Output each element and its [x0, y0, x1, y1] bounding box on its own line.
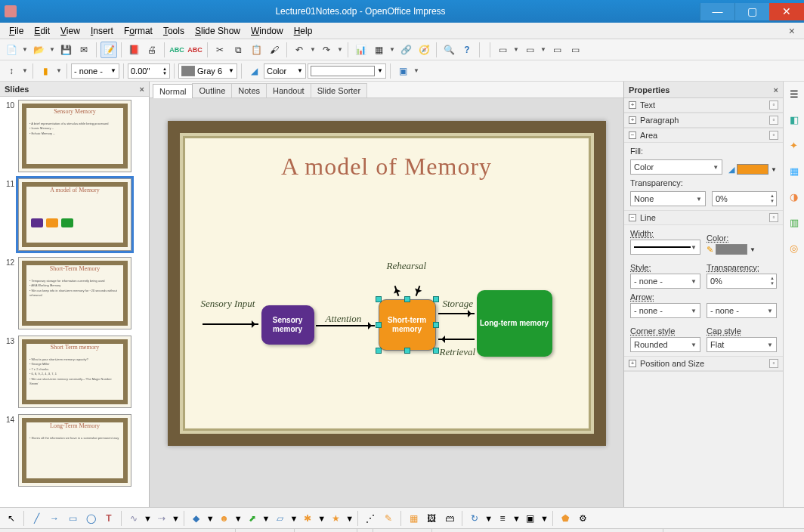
ss-dd[interactable]: ▼	[234, 514, 243, 523]
slide-thumb-13[interactable]: 13Short Term memory• What is your short-…	[6, 336, 147, 408]
symbol-shapes[interactable]: ☻	[216, 510, 233, 527]
section-position-opts[interactable]: ▫	[769, 359, 778, 368]
tab-properties-icon[interactable]: ☰	[787, 86, 802, 101]
menu-view[interactable]: View	[56, 24, 85, 38]
menu-insert[interactable]: Insert	[86, 24, 118, 38]
line-transparency-value[interactable]: 0%▲▼	[707, 274, 777, 289]
table-button[interactable]: ▦	[370, 42, 387, 58]
redo-dropdown[interactable]: ▼	[336, 46, 344, 53]
from-file[interactable]: 🖼	[423, 510, 440, 527]
slide-dd[interactable]: ▼	[512, 46, 520, 53]
slide-button[interactable]: ▭	[494, 42, 511, 58]
layout-dd[interactable]: ▼	[540, 46, 547, 53]
bs-dd[interactable]: ▼	[206, 514, 215, 523]
slide-thumb-10[interactable]: 10Sensory Memory• A brief representation…	[6, 100, 147, 172]
section-line-opts[interactable]: ▫	[769, 213, 778, 222]
arrange-tool[interactable]: ▣	[522, 510, 539, 527]
arrow-end-select[interactable]: - none -▼	[707, 303, 777, 318]
points-tool[interactable]: ⋰	[362, 510, 379, 527]
ellipse-tool[interactable]: ◯	[82, 510, 99, 527]
copy-button[interactable]: ⧉	[230, 42, 246, 58]
view-tab-normal[interactable]: Normal	[153, 84, 193, 98]
tab-styles-icon[interactable]: ◑	[787, 189, 802, 204]
rot-dd[interactable]: ▼	[484, 514, 493, 523]
tab-gallery-icon[interactable]: ▥	[787, 215, 802, 230]
line-style-combo[interactable]: - none - ▼	[71, 63, 119, 79]
hl-dd[interactable]: ▼	[55, 67, 63, 74]
redo-button[interactable]: ↷	[318, 42, 335, 58]
undo-dropdown[interactable]: ▼	[309, 46, 317, 53]
close-document-button[interactable]: ×	[784, 25, 799, 37]
callouts[interactable]: ✱	[299, 510, 316, 527]
arrow-rehearsal-up[interactable]	[394, 286, 399, 296]
section-position-head[interactable]: + Position and Size ▫	[624, 357, 783, 371]
handle-n[interactable]	[404, 296, 410, 302]
tab-nav-icon[interactable]: ◎	[787, 240, 802, 255]
slides-list[interactable]: 10Sensory Memory• A brief representation…	[0, 97, 149, 507]
handle-se[interactable]	[433, 348, 439, 354]
block-arrows[interactable]: ⬈	[244, 510, 261, 527]
label-sensory-input[interactable]: Sensory Input	[201, 298, 255, 310]
arrow-storage[interactable]	[438, 313, 475, 314]
view-tab-slide-sorter[interactable]: Slide Sorter	[311, 83, 367, 97]
maximize-button[interactable]: ▢	[734, 3, 769, 20]
label-storage[interactable]: Storage	[443, 298, 473, 310]
ar-dd[interactable]: ▼	[540, 514, 549, 523]
slidedesign-button[interactable]: ▭	[549, 42, 565, 58]
handle-e[interactable]	[433, 322, 439, 328]
line-width-select[interactable]: ▼	[630, 240, 700, 255]
zoom-button[interactable]: 🔍	[441, 42, 457, 58]
ba-dd[interactable]: ▼	[262, 514, 271, 523]
new-button[interactable]: 📄	[3, 42, 20, 58]
extrusion-tool[interactable]: ⬟	[557, 510, 574, 527]
arrow-rehearsal-down[interactable]	[415, 286, 420, 296]
handle-sw[interactable]	[376, 348, 382, 354]
slides-panel-close[interactable]: ×	[140, 85, 144, 94]
chart-button[interactable]: 📊	[352, 42, 369, 58]
cut-button[interactable]: ✂	[212, 42, 228, 58]
menu-file[interactable]: File	[5, 24, 28, 38]
hyperlink-button[interactable]: 🔗	[397, 42, 414, 58]
arrow-sensory-in[interactable]	[203, 323, 258, 325]
paste-button[interactable]: 📋	[248, 42, 264, 58]
fill-mode-select[interactable]: Color▼	[630, 159, 722, 175]
conn-dd[interactable]: ▼	[172, 514, 180, 523]
help-button[interactable]: ?	[459, 42, 475, 58]
minimize-button[interactable]: —	[700, 3, 734, 20]
section-text-opts[interactable]: ▫	[769, 101, 778, 110]
box-sensory[interactable]: Sensory memory	[261, 305, 314, 345]
tab-anim-icon[interactable]: ✦	[787, 138, 802, 153]
tab-master-icon[interactable]: ◧	[787, 112, 802, 127]
line-style-select[interactable]: - none -▼	[630, 274, 700, 289]
label-retrieval[interactable]: Retrieval	[440, 346, 476, 358]
st-dd[interactable]: ▼	[345, 514, 354, 523]
handle-nw[interactable]	[376, 296, 382, 302]
table-dropdown[interactable]: ▼	[388, 46, 396, 53]
canvas-area[interactable]: A model of Memory Sensory Input Sensory …	[150, 98, 623, 507]
slide-thumb-12[interactable]: 12Short-Term Memory• Temporary storage f…	[6, 257, 147, 329]
shadow-button[interactable]: ▣	[394, 63, 411, 79]
edit-file-button[interactable]: 📝	[100, 42, 117, 58]
section-line-head[interactable]: − Line ▫	[624, 211, 783, 225]
arrow-select[interactable]: ↕	[3, 63, 20, 79]
slide-title[interactable]: A model of Memory	[186, 153, 588, 181]
rect-tool[interactable]: ▭	[64, 510, 81, 527]
fill-color-chip[interactable]: ◢ ▼	[728, 164, 777, 175]
save-button[interactable]: 💾	[57, 42, 74, 58]
fontwork[interactable]: ▦	[405, 510, 422, 527]
section-area-head[interactable]: − Area ▫	[624, 128, 783, 143]
view-tab-handout[interactable]: Handout	[266, 83, 311, 97]
menu-format[interactable]: Format	[119, 24, 157, 38]
slide-canvas[interactable]: A model of Memory Sensory Input Sensory …	[168, 121, 606, 446]
open-button[interactable]: 📂	[30, 42, 47, 58]
fill-color-combo[interactable]: ▼	[308, 63, 386, 79]
autospell-button[interactable]: ABC	[187, 42, 203, 58]
properties-close[interactable]: ×	[774, 85, 778, 94]
highlighter-button[interactable]: ▮	[37, 63, 54, 79]
menu-edit[interactable]: Edit	[29, 24, 54, 38]
glue-tool[interactable]: ✎	[380, 510, 397, 527]
close-button[interactable]: ✕	[769, 3, 804, 20]
align-tool[interactable]: ≡	[494, 510, 511, 527]
section-paragraph-head[interactable]: + Paragraph ▫	[624, 113, 783, 128]
arrow-attention[interactable]	[316, 325, 375, 326]
